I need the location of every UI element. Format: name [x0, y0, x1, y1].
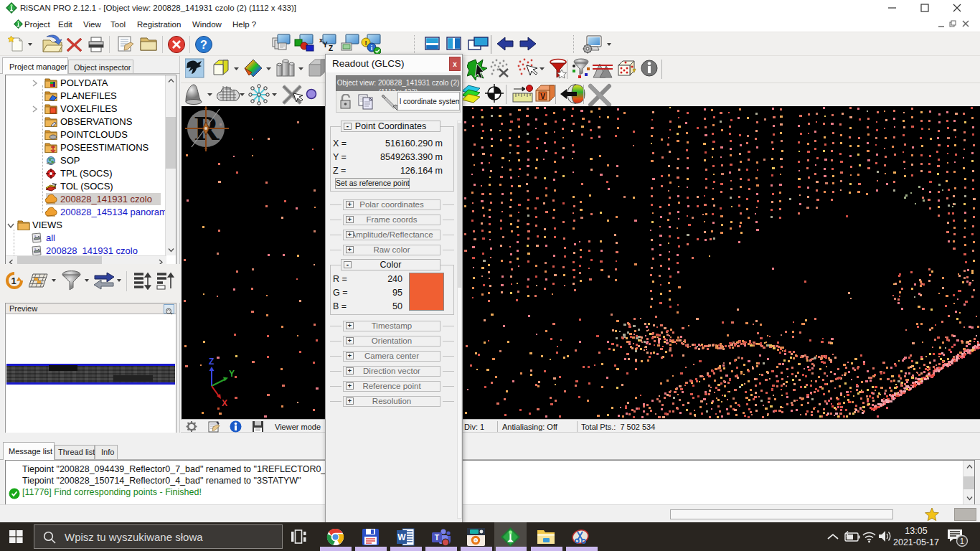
svg-text:Z: Z — [209, 357, 214, 367]
svg-text:1: 1 — [11, 276, 16, 286]
svg-text:Y: Y — [229, 369, 235, 379]
svg-text:Y: Y — [323, 41, 328, 49]
svg-text:i: i — [371, 44, 373, 52]
svg-text:1: 1 — [960, 537, 964, 545]
svg-text:Z: Z — [329, 44, 333, 52]
svg-text:W: W — [397, 532, 406, 542]
svg-text:?: ? — [200, 39, 207, 51]
svg-text:!: ! — [365, 39, 367, 47]
svg-text:V: V — [540, 93, 545, 100]
svg-text:T: T — [435, 533, 440, 542]
svg-text:X: X — [222, 398, 227, 408]
